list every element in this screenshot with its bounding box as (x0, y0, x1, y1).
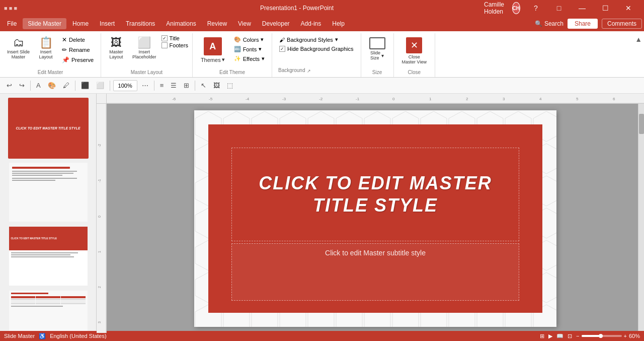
slide-thumb-3[interactable]: CLICK TO EDIT MASTER TITLE STYLE (8, 226, 89, 287)
menu-animations[interactable]: Animations (161, 18, 201, 29)
distribute-button[interactable]: ⊞ (181, 80, 192, 91)
zoom-slider[interactable] (582, 335, 622, 337)
menu-review[interactable]: Review (202, 18, 232, 29)
fonts-button[interactable]: 🔤 Fonts ▾ (231, 45, 268, 53)
themes-button[interactable]: A Themes ▾ (197, 35, 229, 65)
close-button[interactable]: ✕ (617, 0, 640, 16)
slide-size-icon (369, 37, 385, 49)
line-color-button[interactable]: 🖊 (60, 80, 72, 91)
slide-canvas[interactable]: CLICK TO EDIT MASTER TITLE STYLE Click t… (194, 110, 556, 327)
share-button[interactable]: Share (568, 19, 598, 29)
effects-label: Effects (243, 56, 260, 62)
background-expand-icon[interactable]: ↗ (307, 69, 311, 74)
maximize-button[interactable]: ☐ (594, 0, 617, 16)
search-label[interactable]: Search (544, 20, 564, 27)
master-layout-button[interactable]: 🖼 MasterLayout (105, 35, 127, 61)
slide-size-button[interactable]: SlideSize ▾ (365, 35, 389, 62)
slide-thumb-1[interactable]: CLICK TO EDIT MASTER TITLE STYLE (8, 98, 89, 159)
svg-text:-2: -2 (98, 144, 101, 147)
size-label: Size (365, 69, 389, 77)
footers-checkbox[interactable] (162, 42, 168, 48)
user-area: Camille Holden CH (484, 1, 520, 15)
close-master-view-button[interactable]: ✕ CloseMaster View (398, 35, 431, 66)
accessibility-icon[interactable]: ♿ (39, 333, 46, 339)
menu-addins[interactable]: Add-ins (296, 18, 327, 29)
menu-help[interactable]: Help (327, 18, 350, 29)
comments-button[interactable]: Comments (602, 19, 642, 29)
preserve-button[interactable]: 📌 Preserve (59, 55, 97, 64)
slide-thumb-2[interactable] (8, 162, 89, 223)
bg-styles-label: Background Styles (287, 37, 333, 43)
zoom-input[interactable] (113, 80, 137, 91)
bg-styles-button[interactable]: 🖌 Background Styles ▾ (276, 35, 356, 44)
slide-show-icon[interactable]: ▶ (548, 333, 552, 339)
vertical-scroll-thumb[interactable] (639, 114, 644, 134)
zoom-in-button[interactable]: + (624, 333, 627, 339)
slide-thumb-4[interactable] (8, 290, 89, 333)
zoom-level[interactable]: 60% (629, 333, 640, 339)
title-placeholder[interactable]: CLICK TO EDIT MASTER TITLE STYLE (231, 148, 519, 241)
reading-view-icon[interactable]: 📖 (556, 333, 564, 339)
select-button[interactable]: ↖ (198, 80, 209, 91)
edit-theme-group: A Themes ▾ 🎨 Colors ▾ 🔤 Fonts ▾ (193, 33, 272, 77)
master-title: CLICK TO EDIT MASTER TITLE STYLE (232, 172, 519, 216)
align-left-button[interactable]: ≡ (157, 80, 167, 91)
vertical-scrollbar[interactable] (638, 104, 644, 333)
help-icon[interactable]: ? (524, 0, 547, 16)
slide-thumb-inner-3: CLICK TO EDIT MASTER TITLE STYLE (9, 227, 88, 286)
menu-developer[interactable]: Developer (257, 18, 295, 29)
hide-bg-checkbox[interactable]: ✓ (279, 46, 285, 52)
zoom-out-button[interactable]: − (576, 333, 579, 339)
ruler-corner (97, 94, 107, 104)
themes-label: Themes (201, 57, 221, 63)
edit-theme-label: Edit Theme (197, 69, 268, 77)
menu-transitions[interactable]: Transitions (121, 18, 160, 29)
hide-bg-row: ✓ Hide Background Graphics (276, 45, 356, 53)
effects-button[interactable]: ✨ Effects ▾ (231, 54, 268, 63)
title-checkbox[interactable]: ✓ (162, 35, 168, 41)
edit-master-group: 🗂 Insert SlideMaster 📋 InsertLayout ✕ De… (0, 33, 101, 77)
avatar[interactable]: CH (512, 2, 520, 14)
image-button[interactable]: 🖼 (211, 80, 222, 91)
minimize-button[interactable]: — (571, 0, 594, 16)
master-subtitle: Click to edit Master subtitle style (325, 249, 426, 257)
align-center-button[interactable]: ☰ (168, 80, 179, 91)
restore-icon[interactable]: □ (547, 0, 571, 16)
undo-button[interactable]: ↩ (4, 80, 15, 91)
colors-button[interactable]: 🎨 Colors ▾ (231, 35, 268, 44)
redo-button[interactable]: ↪ (17, 80, 27, 91)
more-shapes-button[interactable]: ⋯ (139, 80, 151, 91)
subtitle-placeholder[interactable]: Click to edit Master subtitle style (231, 243, 519, 301)
delete-button[interactable]: ✕ Delete (59, 35, 97, 44)
fill-color-button[interactable]: 🎨 (45, 80, 58, 91)
search-icon: 🔍 (535, 20, 542, 27)
menu-file[interactable]: File (2, 18, 22, 29)
insert-layout-button[interactable]: 📋 InsertLayout (35, 35, 57, 61)
master-layout-group: 🖼 MasterLayout ⬜ InsertPlaceholder ✓ Tit… (101, 33, 193, 77)
bg-options-col: 🖌 Background Styles ▾ ✓ Hide Background … (276, 35, 356, 53)
zoom-selector-area (113, 80, 137, 91)
menu-insert[interactable]: Insert (95, 18, 120, 29)
menu-home[interactable]: Home (67, 18, 94, 29)
focus-icon[interactable]: ⊡ (568, 333, 572, 339)
svg-text:4: 4 (539, 97, 542, 101)
svg-text:-6: -6 (172, 97, 176, 101)
rename-icon: ✏ (62, 46, 67, 53)
font-color-button[interactable]: A (34, 80, 43, 91)
shapes-button[interactable]: ⬛ (78, 80, 92, 91)
delete-label: Delete (69, 37, 85, 43)
thumb-red-bg-1: CLICK TO EDIT MASTER TITLE STYLE (9, 99, 88, 158)
menu-view[interactable]: View (233, 18, 256, 29)
thumb-content-2 (9, 163, 88, 185)
menu-slide-master[interactable]: Slide Master (23, 18, 66, 29)
delete-icon: ✕ (62, 36, 67, 43)
status-right: ⊞ ▶ 📖 ⊡ − + 60% (540, 333, 640, 339)
rename-button[interactable]: ✏ Rename (59, 45, 97, 54)
insert-slide-master-button[interactable]: 🗂 Insert SlideMaster (4, 35, 33, 61)
master-layout-content: 🖼 MasterLayout ⬜ InsertPlaceholder ✓ Tit… (105, 33, 188, 69)
ribbon-collapse-button[interactable]: ▲ (633, 33, 644, 77)
arrange-button[interactable]: ⬜ (94, 80, 107, 91)
insert-placeholder-button[interactable]: ⬜ InsertPlaceholder (129, 35, 159, 61)
normal-view-icon[interactable]: ⊞ (540, 333, 544, 339)
group-button[interactable]: ⬚ (224, 80, 235, 91)
